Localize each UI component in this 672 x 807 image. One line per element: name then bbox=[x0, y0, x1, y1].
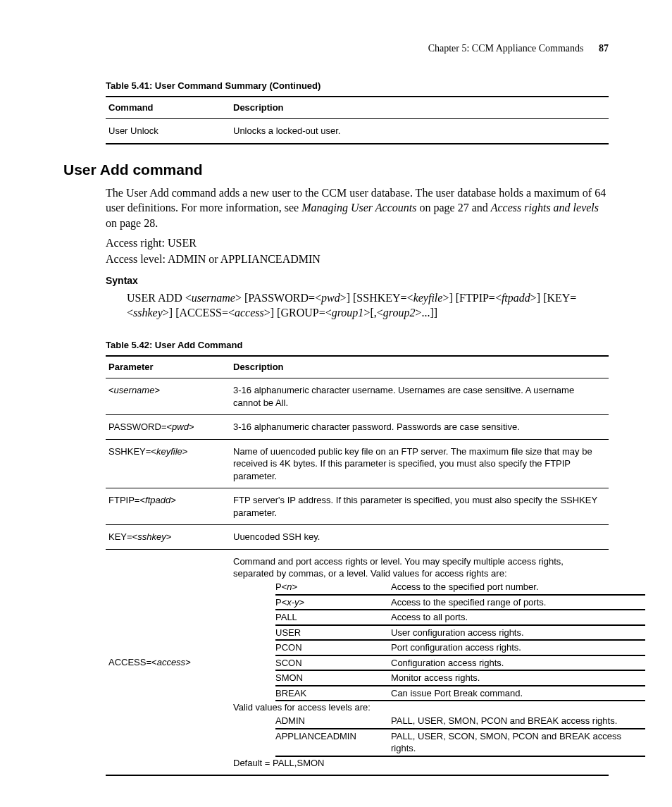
access-default: Default = PALL,SMON bbox=[233, 757, 603, 770]
table-header-row: Command Description bbox=[106, 97, 609, 118]
cell-description: Unlocks a locked-out user. bbox=[230, 118, 609, 143]
table-row: User Unlock Unlocks a locked-out user. bbox=[106, 118, 609, 143]
running-header: Chapter 5: CCM Appliance Commands 87 bbox=[63, 42, 609, 56]
table-row: <username> 3-16 alphanumeric character u… bbox=[106, 378, 609, 415]
table-header-row: Parameter Description bbox=[106, 356, 609, 378]
table-row: KEY=<sshkey> Uuencoded SSH key. bbox=[106, 525, 609, 550]
cell-parameter: KEY=<sshkey> bbox=[106, 525, 230, 550]
cell-parameter: SSHKEY=<keyfile> bbox=[106, 439, 230, 488]
intro-paragraph: The User Add command adds a new user to … bbox=[106, 185, 609, 231]
cell-description: 3-16 alphanumeric character username. Us… bbox=[230, 378, 609, 415]
cell-parameter: FTPIP=<ftpadd> bbox=[106, 488, 230, 525]
cell-command: User Unlock bbox=[106, 118, 230, 143]
syntax-label: Syntax bbox=[106, 274, 609, 288]
cell-description: FTP server's IP address. If this paramet… bbox=[230, 488, 609, 525]
syntax-block: USER ADD <username> [PASSWORD=<pwd>] [SS… bbox=[127, 290, 609, 321]
table-row: FTPIP=<ftpadd> FTP server's IP address. … bbox=[106, 488, 609, 525]
table-row: PASSWORD=<pwd> 3-16 alphanumeric charact… bbox=[106, 415, 609, 440]
col-description: Description bbox=[230, 356, 609, 378]
table-5-41-caption: Table 5.41: User Command Summary (Contin… bbox=[63, 80, 609, 92]
cell-description: Name of uuencoded public key file on an … bbox=[230, 439, 609, 488]
cell-description: 3-16 alphanumeric character password. Pa… bbox=[230, 415, 609, 440]
col-description: Description bbox=[230, 97, 609, 118]
page-number: 87 bbox=[599, 43, 609, 54]
col-command: Command bbox=[106, 97, 230, 118]
table-row: SSHKEY=<keyfile> Name of uuencoded publi… bbox=[106, 439, 609, 488]
cell-parameter: <username> bbox=[106, 378, 230, 415]
access-level: Access level: ADMIN or APPLIANCEADMIN bbox=[106, 252, 609, 267]
chapter-label: Chapter 5: CCM Appliance Commands bbox=[428, 43, 584, 54]
cell-description: Uuencoded SSH key. bbox=[230, 525, 609, 550]
cell-description: Command and port access rights or level.… bbox=[230, 549, 609, 775]
table-5-42-caption: Table 5.42: User Add Command bbox=[63, 339, 609, 352]
section-heading: User Add command bbox=[63, 160, 609, 180]
table-5-41: Command Description User Unlock Unlocks … bbox=[106, 96, 609, 144]
table-5-42: Parameter Description <username> 3-16 al… bbox=[106, 355, 609, 776]
access-rights-list: P<n>Access to the specified port number.… bbox=[275, 580, 645, 701]
access-levels-list: ADMINPALL, USER, SMON, PCON and BREAK ac… bbox=[275, 714, 645, 757]
cell-parameter: ACCESS=<access> bbox=[106, 549, 230, 775]
access-levels-intro: Valid values for access levels are: bbox=[233, 701, 603, 714]
access-right: Access right: USER bbox=[106, 235, 609, 251]
access-intro: Command and port access rights or level.… bbox=[233, 555, 603, 580]
cell-parameter: PASSWORD=<pwd> bbox=[106, 415, 230, 440]
col-parameter: Parameter bbox=[106, 356, 230, 378]
table-row: ACCESS=<access> Command and port access … bbox=[106, 549, 609, 775]
